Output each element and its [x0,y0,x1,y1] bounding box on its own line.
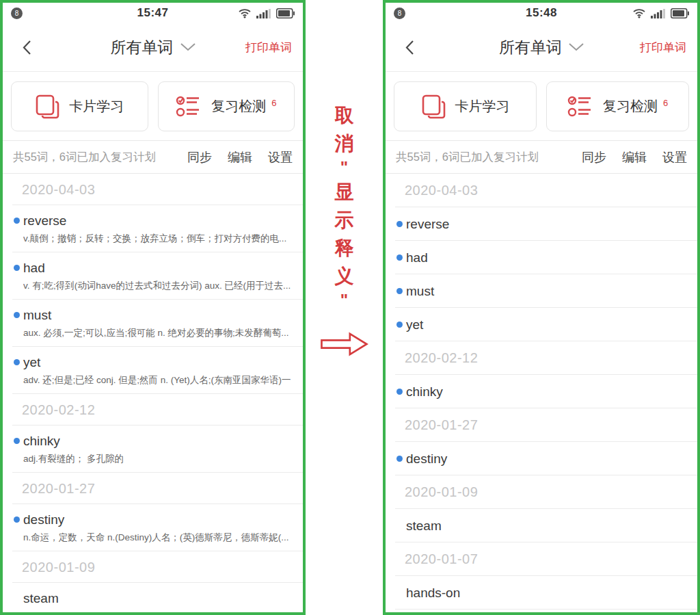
review-test-button[interactable]: 复习检测 6 [158,81,295,131]
review-bullet-icon [396,288,403,294]
annotation-char: 消 [335,129,354,157]
word-definition: adj.有裂缝的； 多孔隙的 [23,453,293,464]
word-definition: v.颠倒；撤销；反转；交换；放弃立场；倒车；打对方付费的电... [23,233,293,244]
print-words-button[interactable]: 打印单词 [245,40,292,55]
word-row[interactable]: yet [386,308,697,341]
review-bullet-icon [396,456,403,462]
date-label: 2020-04-03 [22,182,95,198]
word-row[interactable]: must [386,274,697,308]
card-study-button[interactable]: 卡片学习 [11,81,148,131]
word-row[interactable]: hands-on [386,576,697,610]
word-row[interactable]: steam [3,583,303,614]
review-bullet-icon [14,265,20,271]
date-label: 2020-04-03 [405,183,478,198]
chevron-down-icon [180,43,196,51]
nav-header: 所有单词 打印单词 [3,23,303,72]
date-row: 2020-01-09 [386,475,697,509]
word-label: destiny [406,451,447,467]
edit-button[interactable]: 编辑 [622,149,647,166]
title-dropdown[interactable]: 所有单词 [499,37,584,58]
sync-button[interactable]: 同步 [582,149,606,166]
card-study-label: 卡片学习 [69,97,124,116]
word-list: 2020-04-03reversev.颠倒；撤销；反转；交换；放弃立场；倒车；打… [3,174,303,614]
review-count-badge: 6 [271,98,276,108]
word-row[interactable]: hadv. 有;吃;得到(动词have的过去式和过去分词) aux. 已经(用于… [3,252,303,300]
date-label: 2020-01-09 [405,484,478,500]
date-label: 2020-02-12 [405,350,478,366]
word-row[interactable]: destiny [386,442,697,475]
date-label: 2020-01-09 [22,560,95,575]
signal-icon [256,8,271,18]
date-row: 2020-04-03 [3,174,303,205]
status-icons [238,8,295,18]
cards-icon [421,94,446,120]
word-label: had [406,250,428,265]
list-toolbar: 共55词，6词已加入复习计划 同步 编辑 设置 [386,140,697,174]
review-bullet-icon [396,389,403,395]
date-row: 2020-01-09 [3,551,303,583]
annotation-column: 取消"显示释义" [306,0,383,615]
status-bar: 8 15:48 [386,3,697,23]
word-label: steam [406,518,442,534]
word-label: chinky [23,433,60,449]
word-row[interactable]: yetadv. 还;但是;已经 conj. 但是;然而 n. (Yet)人名;(… [3,347,303,394]
word-label: chinky [406,384,443,400]
date-label: 2020-02-12 [22,402,95,418]
review-bullet-icon [396,221,403,227]
word-row[interactable]: chinkyadj.有裂缝的； 多孔隙的 [3,426,303,473]
review-count-badge: 6 [663,98,668,108]
word-label: yet [406,317,423,332]
review-bullet-icon [396,254,403,261]
list-toolbar: 共55词，6词已加入复习计划 同步 编辑 设置 [3,140,303,174]
word-label: yet [23,354,40,370]
word-label: steam [23,590,59,606]
status-time: 15:47 [137,6,169,20]
word-row[interactable]: reverse [386,207,697,241]
cards-icon [35,94,59,120]
date-row: 2020-01-27 [386,408,697,442]
edit-button[interactable]: 编辑 [228,149,252,166]
review-bullet-icon [14,218,20,224]
card-study-button[interactable]: 卡片学习 [394,81,537,131]
screenshot-stage: 8 15:47 所有单词 [0,0,700,615]
back-button[interactable] [18,37,36,57]
word-definition: v. 有;吃;得到(动词have的过去式和过去分词) aux. 已经(用于过去.… [23,280,293,291]
word-label: must [406,283,434,299]
settings-button[interactable]: 设置 [268,149,293,166]
back-button[interactable] [401,37,418,57]
review-test-button[interactable]: 复习检测 6 [546,81,689,131]
phone-screenshot-after: 8 15:48 所有单词 [383,0,700,615]
print-words-button[interactable]: 打印单词 [640,40,686,55]
review-bullet-icon [14,516,20,523]
wifi-icon [632,8,646,18]
word-label: reverse [23,213,66,228]
word-label: destiny [23,512,64,527]
status-icons [632,8,689,18]
word-row[interactable]: had [386,241,697,274]
notification-badge: 8 [394,8,405,19]
review-bullet-icon [14,312,20,318]
word-row[interactable]: mustaux. 必须,一定;可以,应当;很可能 n. 绝对必要的事物;未发酵葡… [3,300,303,347]
word-count-summary: 共55词，6词已加入复习计划 [396,150,582,165]
title-dropdown[interactable]: 所有单词 [111,37,196,58]
checklist-icon [176,95,202,118]
annotation-text: 取消"显示释义" [306,101,383,311]
phone-screenshot-before: 8 15:47 所有单词 [0,0,306,615]
word-label: hands-on [406,585,460,601]
battery-icon [671,8,689,18]
status-time: 15:48 [526,6,557,20]
word-row[interactable]: destinyn.命运，定数，天命 n.(Destiny)人名；(英)德斯蒂尼，… [3,504,303,551]
chevron-down-icon [569,43,584,51]
sync-button[interactable]: 同步 [187,149,212,166]
word-label: reverse [406,216,449,232]
review-bullet-icon [396,322,403,328]
word-label: must [23,307,51,323]
word-definition: aux. 必须,一定;可以,应当;很可能 n. 绝对必要的事物;未发酵葡萄... [23,327,293,339]
settings-button[interactable]: 设置 [662,149,687,166]
wifi-icon [238,8,252,18]
word-row[interactable]: chinky [386,375,697,408]
date-label: 2020-01-07 [405,551,478,567]
badge-count: 8 [15,10,19,17]
word-row[interactable]: reversev.颠倒；撤销；反转；交换；放弃立场；倒车；打对方付费的电... [3,205,303,252]
word-row[interactable]: steam [386,509,697,542]
